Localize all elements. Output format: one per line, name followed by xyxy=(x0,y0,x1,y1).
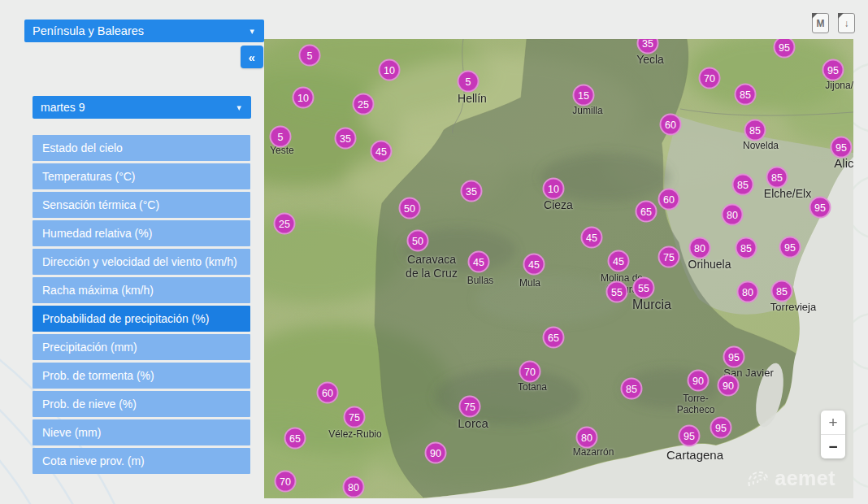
zoom-out-button[interactable]: − xyxy=(821,434,845,458)
download-button[interactable]: ↓ xyxy=(838,13,855,33)
station-marker[interactable]: 5 xyxy=(299,45,321,67)
city-label-hellin: Hellín xyxy=(458,92,487,106)
station-marker[interactable]: 75 xyxy=(344,406,366,428)
station-marker[interactable]: 95 xyxy=(822,59,844,81)
station-marker[interactable]: 80 xyxy=(576,427,598,449)
city-label-jumilla: Jumilla xyxy=(572,105,602,116)
station-marker[interactable]: 70 xyxy=(519,361,541,383)
station-marker[interactable]: 45 xyxy=(608,250,630,272)
station-marker[interactable]: 70 xyxy=(699,67,721,89)
station-marker[interactable]: 45 xyxy=(468,251,490,273)
sidebar-item-prob-de-nieve[interactable]: Prob. de nieve (%) xyxy=(33,391,250,417)
city-label-elche-elx: Elche/Elx xyxy=(764,187,811,201)
station-marker[interactable]: 85 xyxy=(766,167,788,189)
station-marker[interactable]: 65 xyxy=(284,428,306,450)
sidebar-item-probabilidad-de-precipitacion[interactable]: Probabilidad de precipitación (%) xyxy=(33,306,250,332)
collapse-icon: « xyxy=(249,50,255,64)
station-marker[interactable]: 45 xyxy=(581,227,603,249)
station-marker[interactable]: 85 xyxy=(771,280,793,302)
sidebar-item-sensacion-termica-c[interactable]: Sensación térmica (°C) xyxy=(33,192,250,218)
station-marker[interactable]: 80 xyxy=(722,204,744,226)
station-marker[interactable]: 25 xyxy=(353,93,375,115)
station-marker[interactable]: 95 xyxy=(809,197,831,219)
collapse-sidebar-button[interactable]: « xyxy=(241,46,263,68)
station-marker[interactable]: 10 xyxy=(543,178,565,200)
region-dropdown-label: Península y Baleares xyxy=(33,24,144,37)
city-label-mazarron: Mazarrón xyxy=(573,446,614,458)
station-marker[interactable]: 70 xyxy=(275,471,297,493)
station-marker[interactable]: 95 xyxy=(679,425,701,447)
chevron-down-icon: ▾ xyxy=(237,102,241,113)
zoom-control: + − xyxy=(821,411,845,458)
sidebar-item-cota-nieve-prov-m[interactable]: Cota nieve prov. (m) xyxy=(33,448,250,474)
city-label-novelda: Novelda xyxy=(743,140,779,151)
station-marker[interactable]: 45 xyxy=(371,141,393,163)
sidebar-item-temperaturas-c[interactable]: Temperaturas (°C) xyxy=(33,163,250,189)
region-dropdown[interactable]: Península y Baleares ▾ xyxy=(24,20,264,42)
station-marker[interactable]: 10 xyxy=(379,59,401,81)
sidebar-item-humedad-relativa[interactable]: Humedad relativa (%) xyxy=(33,220,250,246)
station-marker[interactable]: 60 xyxy=(660,114,682,136)
city-label-caravaca-de-la-cruz: Caravacade la Cruz xyxy=(406,253,458,280)
city-label-cieza: Cieza xyxy=(544,198,573,212)
station-marker[interactable]: 50 xyxy=(407,230,429,252)
city-label-velez-rubio: Vélez-Rubio xyxy=(328,428,381,440)
day-dropdown-label: martes 9 xyxy=(41,101,85,114)
station-marker[interactable]: 90 xyxy=(688,370,710,392)
sidebar-item-racha-maxima-km-h[interactable]: Racha máxima (km/h) xyxy=(33,277,250,303)
city-label-lorca: Lorca xyxy=(458,416,488,431)
station-marker[interactable]: 95 xyxy=(779,237,801,259)
station-marker[interactable]: 85 xyxy=(735,84,757,106)
station-marker[interactable]: 85 xyxy=(732,174,754,196)
sidebar-item-prob-de-tormenta[interactable]: Prob. de tormenta (%) xyxy=(33,363,250,389)
sidebar-item-direccion-y-velocidad-del-viento-km-h[interactable]: Dirección y velocidad del viento (km/h) xyxy=(33,249,250,275)
map-image-button[interactable]: M xyxy=(812,13,829,33)
station-marker[interactable]: 5 xyxy=(270,126,292,148)
station-marker[interactable]: 65 xyxy=(636,201,658,223)
station-marker[interactable]: 15 xyxy=(573,85,595,106)
sidebar-item-precipitacion-mm[interactable]: Precipitación (mm) xyxy=(33,334,250,360)
city-label-cartagena: Cartagena xyxy=(666,448,723,463)
station-marker[interactable]: 5 xyxy=(458,71,480,93)
station-marker[interactable]: 80 xyxy=(737,281,759,303)
station-marker[interactable]: 75 xyxy=(658,246,680,268)
sidebar: Península y Baleares ▾ « martes 9 ▾ Esta… xyxy=(24,20,264,474)
station-marker[interactable]: 80 xyxy=(343,476,365,498)
chevron-down-icon: ▾ xyxy=(250,26,254,37)
station-marker[interactable]: 95 xyxy=(710,417,732,439)
map-canvas[interactable]: + − aemet YeclaHellínJumillaJijona/Xixon… xyxy=(264,39,853,498)
station-marker[interactable]: 50 xyxy=(399,198,421,219)
zoom-in-button[interactable]: + xyxy=(821,411,845,434)
city-label-mula: Mula xyxy=(519,277,540,289)
station-marker[interactable]: 80 xyxy=(689,237,711,259)
minus-icon: − xyxy=(828,438,837,456)
city-label-alicante: Alicante xyxy=(834,156,853,171)
folded-corner xyxy=(812,13,818,19)
station-marker[interactable]: 85 xyxy=(744,119,766,141)
station-marker[interactable]: 45 xyxy=(523,254,545,276)
variable-menu: Estado del cieloTemperaturas (°C)Sensaci… xyxy=(33,135,250,474)
station-marker[interactable]: 60 xyxy=(658,189,680,211)
station-marker[interactable]: 25 xyxy=(274,213,296,235)
station-marker[interactable]: 60 xyxy=(317,382,339,404)
station-marker[interactable]: 35 xyxy=(335,128,357,150)
station-marker[interactable]: 95 xyxy=(723,346,745,368)
station-marker[interactable]: 65 xyxy=(543,327,565,349)
station-marker[interactable]: 75 xyxy=(459,396,481,418)
station-marker[interactable]: 85 xyxy=(736,237,757,259)
city-label-totana: Totana xyxy=(518,381,547,393)
day-dropdown[interactable]: martes 9 ▾ xyxy=(33,96,251,119)
station-marker[interactable]: 95 xyxy=(831,137,853,159)
sidebar-item-estado-del-cielo[interactable]: Estado del cielo xyxy=(33,135,250,161)
folded-corner xyxy=(838,13,844,19)
station-marker[interactable]: 90 xyxy=(718,375,740,397)
sidebar-item-nieve-mm[interactable]: Nieve (mm) xyxy=(33,419,250,445)
station-marker[interactable]: 55 xyxy=(633,277,655,299)
station-marker[interactable]: 35 xyxy=(461,180,483,202)
station-marker[interactable]: 10 xyxy=(293,87,315,109)
station-marker[interactable]: 90 xyxy=(425,442,447,464)
station-marker[interactable]: 55 xyxy=(606,281,628,303)
station-marker[interactable]: 85 xyxy=(621,378,643,400)
city-label-torre-pacheco: Torre-Pacheco xyxy=(677,393,715,416)
city-label-orihuela: Orihuela xyxy=(688,258,731,272)
